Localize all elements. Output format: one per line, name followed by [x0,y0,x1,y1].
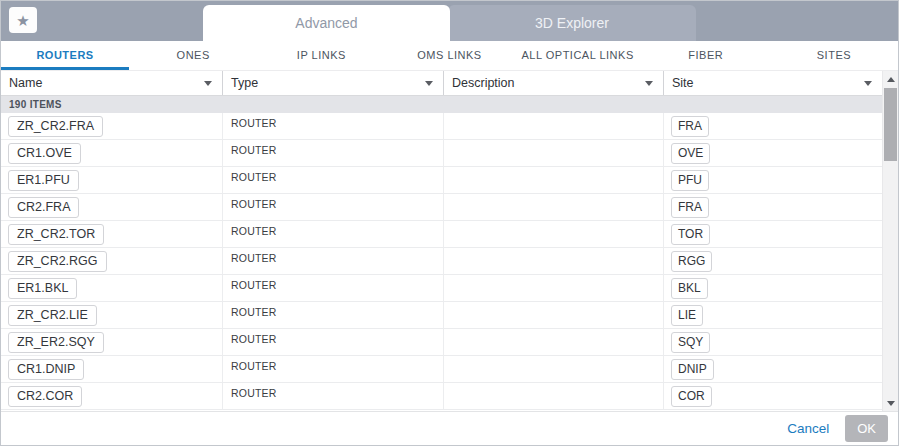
ok-button[interactable]: OK [845,415,888,442]
table-row[interactable]: ZR_CR2.RGG ROUTER RGG [1,248,882,275]
tab-ones[interactable]: ONES [129,41,257,70]
items-count-row: 190 ITEMS [1,96,882,113]
name-cell: CR1.OVE [1,140,223,166]
type-cell: ROUTER [223,248,444,274]
name-chip[interactable]: CR2.FRA [8,197,79,218]
tab-oms-links[interactable]: OMS LINKS [385,41,513,70]
cancel-button[interactable]: Cancel [787,421,829,436]
site-chip[interactable]: DNIP [671,359,714,380]
chevron-down-icon[interactable] [864,81,872,86]
column-header-description[interactable]: Description [444,71,664,95]
name-chip[interactable]: ER1.PFU [8,170,79,191]
type-cell: ROUTER [223,356,444,382]
type-cell: ROUTER [223,221,444,247]
table-body: ZR_CR2.FRA ROUTER FRA CR1.OVE ROUTER OVE… [1,113,882,410]
table-container: Name Type Description Site 190 ITEMS [1,71,898,411]
site-chip[interactable]: RGG [671,251,712,272]
type-cell: ROUTER [223,140,444,166]
description-cell [444,113,664,139]
site-cell: SQY [664,329,882,355]
name-cell: ER1.BKL [1,275,223,301]
scroll-up-button[interactable] [883,71,899,87]
table-row[interactable]: ER1.BKL ROUTER BKL [1,275,882,302]
name-chip[interactable]: ZR_CR2.RGG [8,251,107,272]
description-cell [444,248,664,274]
site-cell: PFU [664,167,882,193]
tab-3d-explorer[interactable]: 3D Explorer [448,5,696,41]
table-row[interactable]: CR2.COR ROUTER COR [1,383,882,410]
star-icon: ★ [16,13,29,28]
site-chip[interactable]: BKL [671,278,708,299]
type-cell: ROUTER [223,275,444,301]
description-cell [444,275,664,301]
site-cell: LIE [664,302,882,328]
name-chip[interactable]: ER1.BKL [8,278,77,299]
description-cell [444,383,664,409]
type-cell: ROUTER [223,302,444,328]
tab-ip-links[interactable]: IP LINKS [257,41,385,70]
name-cell: ZR_ER2.SQY [1,329,223,355]
description-cell [444,302,664,328]
name-chip[interactable]: CR2.COR [8,386,82,407]
scrollbar-thumb[interactable] [884,88,897,161]
name-cell: ZR_CR2.RGG [1,248,223,274]
category-tab-bar: ROUTERS ONES IP LINKS OMS LINKS ALL OPTI… [1,41,898,71]
favorites-button[interactable]: ★ [9,7,37,33]
triangle-down-icon [887,401,895,406]
table-row[interactable]: ZR_CR2.FRA ROUTER FRA [1,113,882,140]
chevron-down-icon[interactable] [204,81,212,86]
chevron-down-icon[interactable] [645,81,653,86]
site-cell: OVE [664,140,882,166]
explorer-dialog: 3D Explorer Advanced ★ ROUTERS ONES IP L… [0,0,899,446]
site-chip[interactable]: FRA [671,197,709,218]
column-label: Site [672,76,694,90]
name-chip[interactable]: ZR_CR2.TOR [8,224,104,245]
site-chip[interactable]: SQY [671,332,710,353]
site-cell: DNIP [664,356,882,382]
site-cell: RGG [664,248,882,274]
table-row[interactable]: ZR_CR2.LIE ROUTER LIE [1,302,882,329]
name-chip[interactable]: ZR_CR2.LIE [8,305,97,326]
column-header-name[interactable]: Name [1,71,223,95]
table-row[interactable]: CR2.FRA ROUTER FRA [1,194,882,221]
site-chip[interactable]: FRA [671,116,709,137]
tab-fiber[interactable]: FIBER [642,41,770,70]
description-cell [444,140,664,166]
site-chip[interactable]: TOR [671,224,710,245]
tab-routers[interactable]: ROUTERS [1,41,129,70]
description-cell [444,329,664,355]
site-chip[interactable]: COR [671,386,712,407]
name-cell: ER1.PFU [1,167,223,193]
site-chip[interactable]: LIE [671,305,703,326]
column-label: Description [452,76,515,90]
name-chip[interactable]: CR1.OVE [8,143,81,164]
site-chip[interactable]: OVE [671,143,710,164]
table-row[interactable]: CR1.DNIP ROUTER DNIP [1,356,882,383]
chevron-down-icon[interactable] [425,81,433,86]
table-row[interactable]: ZR_ER2.SQY ROUTER SQY [1,329,882,356]
column-header-type[interactable]: Type [223,71,444,95]
description-cell [444,167,664,193]
name-chip[interactable]: CR1.DNIP [8,359,84,380]
table-header: Name Type Description Site [1,71,882,96]
tab-all-optical-links[interactable]: ALL OPTICAL LINKS [514,41,642,70]
name-cell: CR2.FRA [1,194,223,220]
description-cell [444,194,664,220]
name-chip[interactable]: ZR_ER2.SQY [8,332,104,353]
table-row[interactable]: ZR_CR2.TOR ROUTER TOR [1,221,882,248]
description-cell [444,356,664,382]
table-row[interactable]: ER1.PFU ROUTER PFU [1,167,882,194]
vertical-scrollbar[interactable] [882,71,898,411]
scroll-down-button[interactable] [883,395,899,411]
site-cell: FRA [664,194,882,220]
name-chip[interactable]: ZR_CR2.FRA [8,116,103,137]
site-cell: BKL [664,275,882,301]
column-header-site[interactable]: Site [664,71,882,95]
site-chip[interactable]: PFU [671,170,709,191]
table-row[interactable]: CR1.OVE ROUTER OVE [1,140,882,167]
tab-sites[interactable]: SITES [770,41,898,70]
name-cell: ZR_CR2.TOR [1,221,223,247]
description-cell [444,221,664,247]
name-cell: ZR_CR2.LIE [1,302,223,328]
tab-advanced[interactable]: Advanced [203,5,450,41]
